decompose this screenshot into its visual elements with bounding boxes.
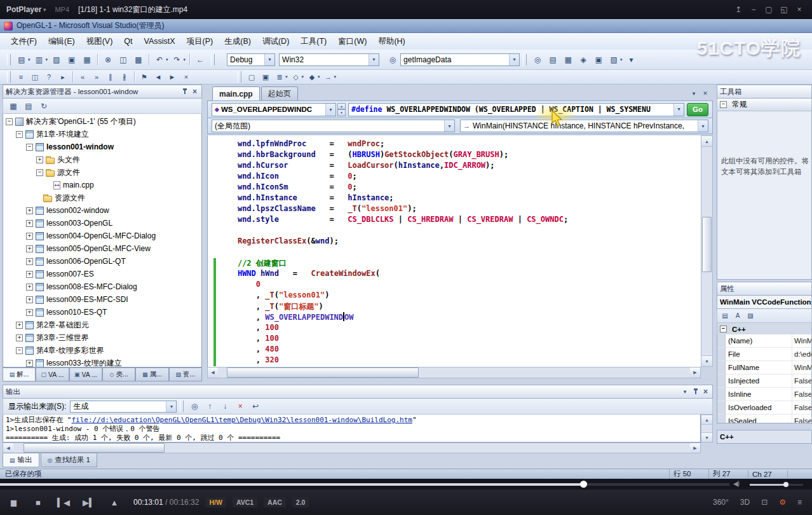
toolbox-section-general[interactable]: − 常规 <box>717 99 812 111</box>
tree-item[interactable]: +第3章-三维世界 <box>3 331 201 344</box>
categorized-icon[interactable]: ▤ <box>719 310 731 322</box>
property-row[interactable]: (Name)WinMa <box>717 334 811 348</box>
cut-icon[interactable]: ⊗ <box>101 53 115 67</box>
va-methods-list-icon[interactable]: ≣ <box>273 71 286 83</box>
menu-item[interactable]: 编辑(E) <box>43 34 81 50</box>
output-vertical-scrollbar[interactable]: ▲ ▼ <box>701 415 713 443</box>
property-row[interactable]: FullNameWinMa <box>717 361 811 374</box>
pin-icon[interactable] <box>693 388 699 395</box>
parameter-info-icon[interactable]: ◫ <box>29 71 41 83</box>
output-tab[interactable]: ◎查找结果 1 <box>41 453 97 467</box>
va-open-file-icon[interactable]: ▢ <box>245 71 258 83</box>
tree-item[interactable]: −源文件 <box>3 166 201 179</box>
solution-tree[interactable]: −解决方案'OpenGL-1' (55 个项目)−第1章-环境建立−lesson… <box>3 114 202 367</box>
tree-item[interactable]: +lesson007-ES <box>3 268 201 280</box>
configuration-combo[interactable]: Debug▼ <box>227 53 275 66</box>
platform-combo[interactable]: Win32▼ <box>279 53 379 66</box>
open-media-button[interactable]: ▲ <box>102 498 127 507</box>
va-go-button[interactable]: Go <box>687 103 708 116</box>
chevron-down-icon[interactable]: ▼ <box>509 54 519 65</box>
va-navigate-icon[interactable]: → <box>322 71 335 83</box>
menu-item[interactable]: 工具(T) <box>295 34 332 50</box>
tree-expand-icon[interactable]: + <box>16 334 23 341</box>
context-combo[interactable]: → WinMain(HINSTANCE hInstance, HINSTANCE… <box>460 120 708 132</box>
scope-combo[interactable]: (全局范围) ▼ <box>212 120 455 132</box>
menu-item[interactable]: Qt <box>118 34 138 48</box>
tree-expand-icon[interactable]: + <box>26 233 33 240</box>
tree-expand-icon[interactable]: − <box>36 169 43 176</box>
editor-vertical-scrollbar[interactable]: ▲ ▼ <box>701 135 713 367</box>
dropdown-arrow-icon[interactable]: ▾ <box>166 57 168 62</box>
tree-expand-icon[interactable]: + <box>26 296 33 303</box>
property-pages-icon[interactable]: ▨ <box>745 310 756 322</box>
volume-slider[interactable] <box>750 484 803 486</box>
tree-item[interactable]: −lesson001-window <box>3 141 201 153</box>
stop-button[interactable]: ■ <box>25 498 51 507</box>
scroll-right-icon[interactable]: ▶ <box>690 443 700 453</box>
tree-item[interactable]: −第4章-纹理多彩世界 <box>3 344 201 357</box>
toolbar-grip[interactable] <box>7 71 11 83</box>
new-project-icon[interactable]: ▤ <box>15 53 29 67</box>
properties-object-combo[interactable]: WinMain VCCodeFunction <box>717 296 812 309</box>
collapse-icon[interactable]: − <box>720 101 727 108</box>
explorer-tab[interactable]: ▣VA ... <box>69 367 102 381</box>
menu-item[interactable]: 帮助(H) <box>372 34 410 50</box>
scroll-down-icon[interactable]: ▼ <box>701 432 712 442</box>
tree-item[interactable]: +第2章-基础图元 <box>3 319 201 331</box>
quick-info-icon[interactable]: ? <box>43 71 55 83</box>
property-row[interactable]: Filed:\edu <box>717 348 811 361</box>
minimize-icon[interactable]: − <box>746 3 761 16</box>
chevron-down-icon[interactable]: ▾ <box>680 387 690 397</box>
pause-button[interactable]: ▮▮ <box>0 498 25 507</box>
menu-item[interactable]: VAssistX <box>139 34 181 48</box>
tree-item[interactable]: −第1章-环境建立 <box>3 128 201 141</box>
toolbar-grip[interactable] <box>7 54 11 65</box>
member-list-icon[interactable]: ≡ <box>15 71 27 83</box>
copy-icon[interactable]: ◫ <box>116 53 130 67</box>
tree-item[interactable]: +lesson033-纹理的建立 <box>3 357 201 367</box>
toolbar-grip[interactable] <box>211 54 215 65</box>
tree-expand-icon[interactable]: − <box>16 131 23 138</box>
chevron-down-icon[interactable]: ▼ <box>325 104 335 116</box>
properties-window-icon[interactable]: ▦ <box>561 53 575 67</box>
alphabetical-icon[interactable]: A <box>732 310 743 322</box>
indent-decrease-icon[interactable]: « <box>76 71 89 83</box>
va-spin-down-icon[interactable]: ▼ <box>337 109 346 116</box>
dropdown-arrow-icon[interactable]: ▾ <box>620 57 623 62</box>
output-source-combo[interactable]: 生成 ▼ <box>70 401 177 413</box>
code-area[interactable]: wnd.lpfnWndProc = wndProc; wnd.hbrBackgr… <box>207 135 701 367</box>
3d-video-icon[interactable]: 3D <box>740 498 750 507</box>
bookmark-prev-icon[interactable]: ◄ <box>152 71 165 83</box>
clear-all-icon[interactable]: × <box>233 399 247 413</box>
scroll-left-icon[interactable]: ◀ <box>208 367 218 378</box>
refresh-icon[interactable]: ↻ <box>37 99 51 113</box>
tree-item[interactable]: +lesson010-ES-QT <box>3 306 201 319</box>
volume-icon[interactable]: ◀) <box>733 480 739 487</box>
menu-item[interactable]: 窗口(W) <box>332 34 372 50</box>
360-view-icon[interactable]: 360° <box>713 498 729 507</box>
show-all-files-icon[interactable]: ▤ <box>22 99 36 113</box>
menu-item[interactable]: 调试(D) <box>257 34 295 50</box>
va-definition-combo[interactable]: #define WS_OVERLAPPEDWINDOW (WS_OVERLAPP… <box>348 103 684 116</box>
tree-item[interactable]: ++main.cpp <box>3 179 201 191</box>
property-row[interactable]: IsSealedFalse <box>717 415 811 423</box>
properties-icon[interactable]: ▦ <box>6 99 20 113</box>
chevron-down-icon[interactable]: ▼ <box>698 120 708 132</box>
tree-item[interactable]: +lesson006-OpenGL-QT <box>3 255 201 268</box>
save-icon[interactable]: ▣ <box>65 53 79 67</box>
document-tab[interactable]: main.cpp <box>212 86 260 100</box>
va-spin-up-icon[interactable]: ▲ <box>337 103 346 110</box>
dropdown-arrow-icon[interactable]: ▾ <box>285 74 288 79</box>
toolbar-grip[interactable] <box>523 54 527 65</box>
potplayer-app-menu[interactable]: PotPlayer ▾ <box>6 5 46 14</box>
word-wrap-icon[interactable]: ↩ <box>248 399 262 413</box>
find-in-files-icon[interactable]: ◎ <box>531 53 545 67</box>
tree-item[interactable]: +lesson009-ES-MFC-SDI <box>3 293 201 306</box>
document-list-icon[interactable]: ▾ <box>689 88 699 99</box>
menu-item[interactable]: 文件(F) <box>5 34 43 50</box>
build-log-link[interactable]: file://d:\education\OpenGL\OpenGL1\temp\… <box>72 416 412 424</box>
maximize-icon[interactable]: ▢ <box>761 3 776 16</box>
previous-button[interactable]: ▍◀ <box>51 498 76 507</box>
tree-item[interactable]: +lesson005-OpenGL-MFC-View <box>3 242 201 255</box>
bookmark-clear-icon[interactable]: × <box>180 71 193 83</box>
